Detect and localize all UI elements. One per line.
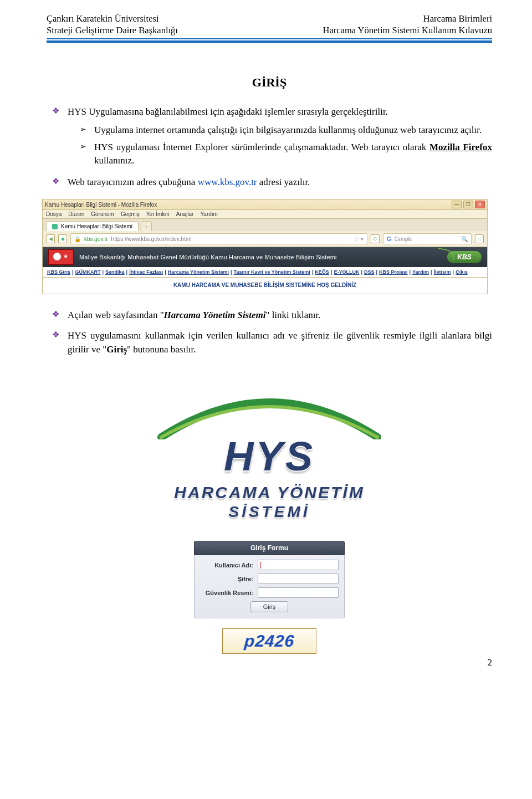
nav-link[interactable]: DSS <box>364 269 375 275</box>
url-text: www.kbs.gov.tr <box>198 177 257 187</box>
nav-link[interactable]: Taşınır Kayıt ve Yönetim Sistemi <box>234 269 310 275</box>
bullet-item: ❖ HYS Uygulamasına bağlanılabilmesi için… <box>52 105 492 119</box>
nav-link[interactable]: İhtiyaç Fazlası <box>129 269 163 275</box>
google-icon: G <box>387 236 391 242</box>
search-icon[interactable]: 🔍 <box>461 236 468 242</box>
nav-link[interactable]: GÜMKART <box>75 269 101 275</box>
logo-subtitle-2: SİSTEMİ <box>139 503 400 521</box>
menu-item[interactable]: Araçlar <box>176 211 194 217</box>
close-icon[interactable]: ✕ <box>475 201 485 208</box>
bullet-text: HYS uygulamasını kullanmak için verilen … <box>68 329 492 356</box>
page-title: GİRİŞ <box>47 75 492 90</box>
back-button[interactable]: ◀ <box>46 234 55 243</box>
site-nav-links: KBS Giriş| GÜMKART| Sendika| İhtiyaç Faz… <box>42 267 488 278</box>
url-full: https://www.kbs.gov.tr/index.html <box>111 236 192 242</box>
browser-tab[interactable]: Kamu Hesapları Bilgi Sistemi <box>46 221 139 231</box>
minimize-icon[interactable]: — <box>452 201 462 208</box>
text-run: " linki tıklanır. <box>265 310 320 320</box>
menu-item[interactable]: Görünüm <box>91 211 114 217</box>
username-input[interactable] <box>258 560 339 570</box>
menu-item[interactable]: Geçmiş <box>121 211 140 217</box>
login-header: Giriş Formu <box>194 541 345 555</box>
sub-bullet-text: Uygulama internet ortamında çalıştığı iç… <box>94 124 492 137</box>
header-left-bot: Strateji Geliştirme Daire Başkanlığı <box>47 25 178 37</box>
logo-arc-icon <box>150 390 388 439</box>
url-host: kbs.gov.tr <box>84 236 108 242</box>
header-left-top: Çankırı Karatekin Üniversitesi <box>47 13 159 25</box>
bullet-text: Açılan web sayfasından "Harcama Yönetim … <box>68 309 320 322</box>
favicon-icon: ◆ <box>58 234 67 243</box>
captcha-input[interactable] <box>258 587 339 598</box>
welcome-text: KAMU HARCAMA VE MUHASEBE BİLİŞİM SİSTEMİ… <box>42 278 488 294</box>
hys-logo-block: HYS HARCAMA YÖNETİM SİSTEMİ <box>139 390 400 521</box>
nav-link[interactable]: E-YOLLUK <box>334 269 359 275</box>
captcha-label: Güvenlik Resmi: <box>200 590 258 596</box>
maximize-icon[interactable]: ☐ <box>463 201 473 208</box>
favicon-icon <box>52 224 58 229</box>
emphasis-text: Mozilla Firefox <box>429 142 492 152</box>
diamond-bullet-icon: ❖ <box>52 176 68 189</box>
browser-toolbar: ◀ ◆ 🔒 kbs.gov.tr https://www.kbs.gov.tr/… <box>42 231 488 247</box>
bullet-item: ❖ HYS uygulamasını kullanmak için verile… <box>52 329 492 356</box>
menu-item[interactable]: Düzen <box>68 211 84 217</box>
browser-screenshot: Kamu Hesapları Bilgi Sistemi - Mozilla F… <box>42 199 488 294</box>
nav-link[interactable]: Harcama Yönetim Sistemi <box>168 269 229 275</box>
browser-menu-bar: Dosya Düzen Görünüm Geçmiş Yer İmleri Ar… <box>42 210 488 219</box>
text-run: HYS uygulaması İnternet Explorer sürümle… <box>94 142 429 152</box>
text-run: " butonuna basılır. <box>127 344 196 355</box>
search-box[interactable]: G Google 🔍 <box>383 233 472 244</box>
login-button[interactable]: Giriş <box>250 601 289 612</box>
diamond-bullet-icon: ❖ <box>52 105 68 119</box>
captcha-text: p2426 <box>244 632 295 651</box>
new-tab-button[interactable]: + <box>141 221 152 231</box>
banner-text: Maliye Bakanlığı Muhasebat Genel Müdürlü… <box>79 254 442 260</box>
body-text: ❖ HYS Uygulamasına bağlanılabilmesi için… <box>47 105 492 189</box>
bullet-text: Web tarayıcınızın adres çubuğuna www.kbs… <box>68 176 310 189</box>
sub-bullet-text: HYS uygulaması İnternet Explorer sürümle… <box>94 141 492 168</box>
turkish-flag-icon <box>48 249 74 265</box>
tab-title: Kamu Hesapları Bilgi Sistemi <box>61 223 132 229</box>
address-bar[interactable]: 🔒 kbs.gov.tr https://www.kbs.gov.tr/inde… <box>70 233 367 244</box>
nav-link[interactable]: Yardım <box>412 269 429 275</box>
refresh-button[interactable]: C <box>371 234 380 243</box>
lock-icon: 🔒 <box>74 236 81 242</box>
menu-item[interactable]: Yer İmleri <box>146 211 170 217</box>
home-button[interactable]: ⌂ <box>475 234 484 243</box>
bullet-item: ❖ Web tarayıcınızın adres çubuğuna www.k… <box>52 176 492 189</box>
bullet-text: HYS Uygulamasına bağlanılabilmesi için a… <box>68 105 388 119</box>
emphasis-text: Giriş <box>106 344 127 355</box>
captcha-image: p2426 <box>222 628 316 654</box>
arrow-bullet-icon: ➢ <box>80 141 94 168</box>
login-form: Giriş Formu Kullanıcı Adı: Şifre: Güvenl… <box>194 541 345 618</box>
header-rule <box>47 38 492 43</box>
sub-bullet-item: ➢ HYS uygulaması İnternet Explorer sürüm… <box>80 141 492 168</box>
header-right-bot: Harcama Yönetim Sistemi Kullanım Kılavuz… <box>323 25 492 37</box>
username-label: Kullanıcı Adı: <box>200 562 258 568</box>
sub-bullet-item: ➢ Uygulama internet ortamında çalıştığı … <box>80 124 492 137</box>
page-number: 2 <box>488 657 493 668</box>
bookmark-star-icon[interactable]: ☆ ▾ <box>354 236 364 242</box>
logo-subtitle-1: HARCAMA YÖNETİM <box>139 483 400 502</box>
nav-link[interactable]: KBS Giriş <box>47 269 70 275</box>
window-title: Kamu Hesapları Bilgi Sistemi - Mozilla F… <box>45 202 157 208</box>
password-label: Şifre: <box>200 576 258 582</box>
window-titlebar: Kamu Hesapları Bilgi Sistemi - Mozilla F… <box>42 199 488 210</box>
nav-link[interactable]: İletişim <box>434 269 451 275</box>
page-header: Çankırı Karatekin Üniversitesi Harcama B… <box>47 13 492 43</box>
nav-link[interactable]: KBS Projesi <box>379 269 408 275</box>
menu-item[interactable]: Yardım <box>200 211 218 217</box>
password-input[interactable] <box>258 573 339 584</box>
search-placeholder: Google <box>395 236 412 242</box>
text-run: Web tarayıcınızın adres çubuğuna <box>68 177 198 187</box>
browser-tab-bar: Kamu Hesapları Bilgi Sistemi + <box>42 219 488 231</box>
nav-link[interactable]: KEÖS <box>315 269 329 275</box>
nav-link[interactable]: Sendika <box>105 269 125 275</box>
nav-link[interactable]: Çıkış <box>456 269 468 275</box>
text-run: kullanınız. <box>94 155 134 166</box>
menu-item[interactable]: Dosya <box>46 211 62 217</box>
kbs-logo: KBS <box>447 251 482 263</box>
body-text: ❖ Açılan web sayfasından "Harcama Yöneti… <box>47 309 492 356</box>
logo-title: HYS <box>139 433 400 480</box>
bullet-item: ❖ Açılan web sayfasından "Harcama Yöneti… <box>52 309 492 322</box>
arrow-bullet-icon: ➢ <box>80 124 94 137</box>
